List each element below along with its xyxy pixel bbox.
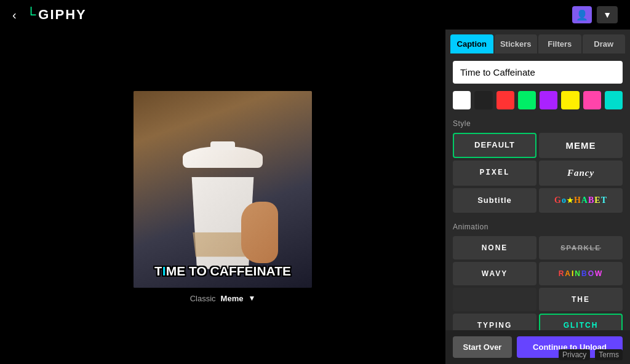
view-meme-option[interactable]: Meme [221,294,244,303]
animation-section-label: Animation [453,223,623,231]
privacy-link[interactable]: Privacy [559,349,590,360]
color-swatch-white[interactable] [453,91,471,109]
color-swatch-yellow[interactable] [561,91,579,109]
anim-empty [453,288,536,311]
anim-none[interactable]: NONE [453,236,536,259]
anim-the[interactable]: THE [539,288,623,311]
tab-caption[interactable]: Caption [450,34,493,53]
tab-filters[interactable]: Filters [538,34,581,53]
preview-area: TiME TO CAFFEINATE Classic Meme ▼ [0,30,445,364]
account-dropdown[interactable]: ▼ [597,6,618,23]
anim-wavy[interactable]: WAVY [453,262,536,285]
anim-sparkle[interactable]: SPARKLE [539,236,623,259]
color-swatch-cyan[interactable] [605,91,623,109]
color-swatch-purple[interactable] [540,91,557,109]
editor-tabs: Caption Stickers Filters Draw [445,30,630,53]
style-default[interactable]: DEFAULT [453,133,536,158]
anim-typing[interactable]: TYPING [453,314,536,330]
style-grid: DEFAULT MEME PIXEL Fancy Subtitle Go★HAB… [453,133,623,213]
header-left: ‹ └ GIPHY [12,7,87,23]
bottom-footer: Privacy Terms [559,349,623,360]
anim-glitch[interactable]: GLITCH [539,314,623,330]
style-subtitle[interactable]: Subtitle [453,188,536,213]
style-pixel[interactable]: PIXEL [453,160,536,186]
video-preview: TiME TO CAFFEINATE [134,91,312,288]
view-classic-option[interactable]: Classic [190,294,216,303]
style-fancy[interactable]: Fancy [539,160,623,186]
view-dropdown-icon[interactable]: ▼ [248,294,255,303]
header-right: 👤 ▼ [572,6,618,23]
color-swatch-pink[interactable] [583,91,601,109]
tab-draw[interactable]: Draw [583,34,626,53]
back-button[interactable]: ‹ [12,8,17,22]
color-swatch-red[interactable] [496,91,514,109]
style-section-label: Style [453,119,623,128]
logo: └ GIPHY [26,7,87,23]
editor-content: Style DEFAULT MEME PIXEL Fancy Subtitle … [445,53,630,330]
caption-text-input[interactable] [453,61,623,84]
start-over-button[interactable]: Start Over [453,336,512,358]
style-meme[interactable]: MEME [539,133,623,158]
anim-rainbow[interactable]: RAINBOW [539,262,623,285]
terms-link[interactable]: Terms [595,349,623,360]
color-swatch-black[interactable] [474,91,492,109]
editor-panel: Caption Stickers Filters Draw Style [445,30,630,364]
header: ‹ └ GIPHY 👤 ▼ [0,0,630,30]
user-avatar[interactable]: 👤 [572,6,592,23]
animation-grid: NONE SPARKLE WAVY RAINBOW THE TYPING GLI… [453,236,623,330]
logo-icon: └ [26,7,36,23]
logo-text: GIPHY [38,7,86,23]
video-frame: TiME TO CAFFEINATE [134,91,312,288]
color-swatches [453,91,623,109]
main-content: TiME TO CAFFEINATE Classic Meme ▼ Captio… [0,30,630,364]
style-alphabet[interactable]: Go★HABET [539,188,623,213]
color-swatch-green[interactable] [518,91,536,109]
tab-stickers[interactable]: Stickers [495,34,538,53]
view-selector: Classic Meme ▼ [190,294,256,303]
avatar-icon: 👤 [576,9,588,21]
caption-preview: TiME TO CAFFEINATE [134,264,312,279]
